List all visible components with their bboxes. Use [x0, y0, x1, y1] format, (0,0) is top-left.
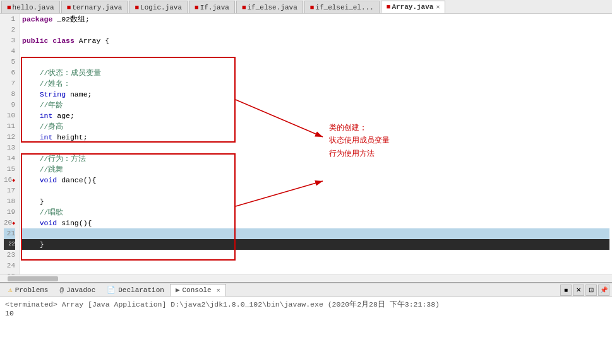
clear-button[interactable]: ⊡ [585, 285, 597, 296]
code-area[interactable]: package _02数组; public class Array { //状态… [20, 14, 612, 274]
code-line-9: //年龄 [22, 100, 609, 110]
code-line-7: //姓名： [22, 78, 609, 89]
main-area: 1 2 3 4 5 6 7 8 9 10 11 12 13 14 15 16◆ … [0, 14, 612, 274]
tab-problems[interactable]: ⚠ Problems [3, 284, 54, 296]
tab-array[interactable]: ■ Array.java ✕ [381, 1, 446, 13]
code-line-4 [22, 46, 609, 57]
code-line-13 [22, 143, 609, 153]
javadoc-icon: @ [59, 286, 64, 294]
code-line-21 [22, 228, 609, 239]
annotation-line2: 状态使用成员变量 [329, 134, 390, 146]
console-toolbar: ■ ✕ ⊡ 📌 [560, 285, 612, 296]
code-line-17 [22, 185, 609, 196]
code-line-20: void sing(){ [22, 218, 609, 228]
remove-button[interactable]: ✕ [573, 285, 584, 296]
annotation-block: 类的创建； 状态使用成员变量 行为使用方法 [329, 121, 390, 160]
code-line-5 [22, 57, 609, 68]
annotation-line3: 行为使用方法 [329, 147, 390, 160]
code-line-6: //状态：成员变量 [22, 68, 609, 78]
code-line-8: String name; [22, 89, 609, 100]
console-terminated-line: <terminated> Array [Java Application] D:… [5, 300, 607, 309]
console-close-icon[interactable]: ✕ [217, 286, 220, 294]
tab-javadoc[interactable]: @ Javadoc [54, 284, 101, 296]
tab-ternary-icon: ■ [67, 4, 71, 11]
code-line-1: package _02数组; [22, 14, 609, 25]
code-line-14: //行为：方法 [22, 153, 609, 164]
line-numbers: 1 2 3 4 5 6 7 8 9 10 11 12 13 14 15 16◆ … [0, 14, 20, 274]
code-line-11: //身高 [22, 121, 609, 132]
tab-logic-icon: ■ [135, 4, 139, 11]
tab-declaration[interactable]: 📄 Declaration [101, 284, 170, 296]
tab-array-icon: ■ [387, 3, 391, 11]
code-line-19: //唱歌 [22, 207, 609, 218]
code-line-22: } [22, 239, 609, 250]
code-line-10: int age; [22, 110, 609, 121]
stop-button[interactable]: ■ [560, 285, 572, 296]
code-line-15: //跳舞 [22, 164, 609, 175]
h-scrollbar[interactable] [0, 274, 612, 282]
tab-close-icon[interactable]: ✕ [436, 3, 440, 11]
h-scrollbar-thumb[interactable] [8, 276, 58, 281]
console-output: 10 [5, 309, 607, 317]
tab-hello-icon: ■ [7, 4, 11, 11]
bottom-tab-bar: ⚠ Problems @ Javadoc 📄 Declaration ▶ Con… [0, 283, 612, 297]
tab-if-icon: ■ [195, 4, 199, 11]
code-line-2 [22, 25, 609, 35]
editor-container: 1 2 3 4 5 6 7 8 9 10 11 12 13 14 15 16◆ … [0, 14, 612, 274]
code-line-16: void dance(){ [22, 175, 609, 185]
code-line-18: } [22, 196, 609, 207]
tab-bar: ■ hello.java ■ ternary.java ■ Logic.java… [0, 0, 612, 14]
tab-logic[interactable]: ■ Logic.java [129, 1, 188, 13]
tab-ifelse-icon: ■ [242, 4, 246, 11]
problems-icon: ⚠ [8, 286, 13, 294]
code-line-3: public class Array { [22, 35, 609, 46]
tab-if[interactable]: ■ If.java [189, 1, 235, 13]
console-icon: ▶ [176, 286, 180, 294]
tab-ternary[interactable]: ■ ternary.java [61, 1, 128, 13]
bottom-panel: ⚠ Problems @ Javadoc 📄 Declaration ▶ Con… [0, 282, 612, 364]
code-line-25 [22, 271, 609, 274]
tab-hello[interactable]: ■ hello.java [1, 1, 60, 13]
tab-console[interactable]: ▶ Console ✕ [170, 284, 226, 296]
tab-ifelsei[interactable]: ■ if_elsei_el... [304, 1, 380, 13]
pin-button[interactable]: 📌 [598, 285, 609, 296]
tab-ifelse[interactable]: ■ if_else.java [236, 1, 303, 13]
code-line-24 [22, 261, 609, 271]
code-line-12: int height; [22, 132, 609, 143]
console-content: <terminated> Array [Java Application] D:… [0, 297, 612, 364]
declaration-icon: 📄 [107, 286, 116, 294]
annotation-line1: 类的创建； [329, 121, 390, 134]
code-line-23 [22, 250, 609, 261]
tab-ifelsei-icon: ■ [310, 4, 315, 11]
